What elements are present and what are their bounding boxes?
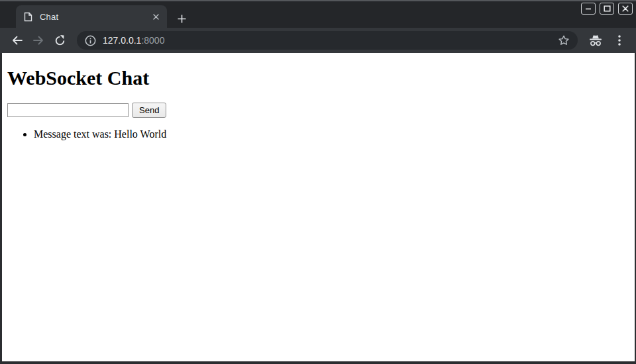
minimize-button[interactable] [581, 3, 596, 15]
url-host: 127.0.0.1 [103, 35, 141, 46]
incognito-icon [584, 31, 607, 50]
back-button[interactable] [7, 30, 28, 51]
bookmark-star-icon[interactable] [555, 32, 572, 49]
reload-button[interactable] [49, 30, 70, 51]
url-port: :8000 [141, 35, 164, 46]
site-info-icon[interactable] [85, 35, 96, 46]
message-list: Message text was: Hello World [7, 128, 629, 140]
tab-close-icon[interactable] [150, 11, 162, 23]
maximize-button[interactable] [600, 3, 614, 15]
forward-arrow-icon [32, 34, 44, 46]
browser-menu-icon[interactable] [611, 32, 628, 49]
new-tab-button[interactable] [173, 10, 190, 27]
back-arrow-icon [11, 34, 23, 46]
titlebar: Chat [0, 1, 636, 28]
url-text[interactable]: 127.0.0.1:8000 [103, 35, 555, 46]
page-title: WebSocket Chat [7, 67, 629, 89]
chat-form: Send [7, 103, 629, 118]
tab-chat[interactable]: Chat [16, 5, 167, 28]
message-item: Message text was: Hello World [34, 128, 629, 140]
window-bottom-edge [0, 361, 636, 364]
reload-icon [54, 35, 66, 46]
page-content: WebSocket Chat Send Message text was: He… [0, 53, 636, 361]
address-bar[interactable]: 127.0.0.1:8000 [77, 31, 578, 50]
send-button[interactable]: Send [132, 103, 166, 118]
window-controls [581, 3, 633, 15]
close-button[interactable] [618, 3, 633, 15]
tab-title: Chat [40, 12, 150, 22]
message-input[interactable] [7, 103, 129, 117]
browser-window: Chat [0, 0, 636, 364]
forward-button[interactable] [28, 30, 49, 51]
page-favicon-icon [23, 11, 33, 22]
navigation-toolbar: 127.0.0.1:8000 [0, 28, 636, 53]
